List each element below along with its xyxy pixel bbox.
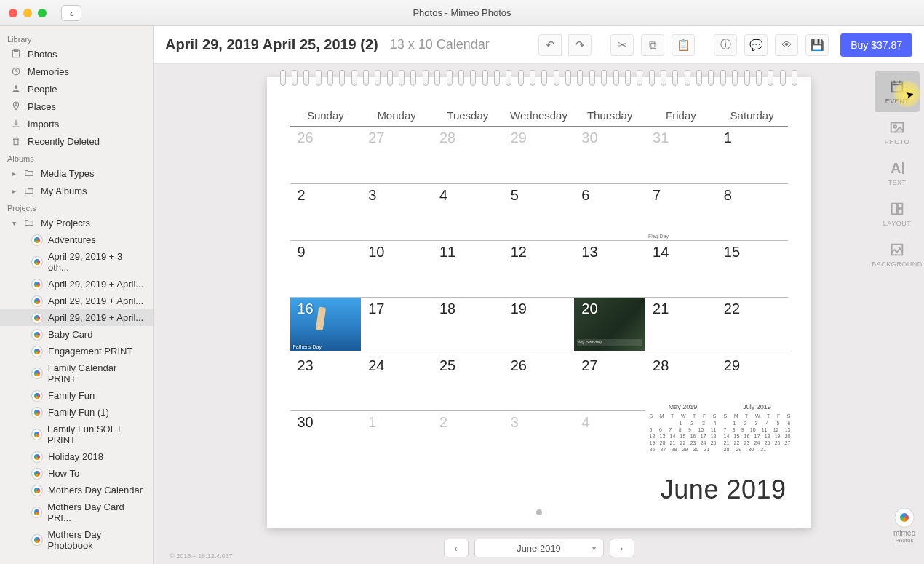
calendar-cell[interactable]: 3 [503, 410, 575, 453]
copy-button[interactable]: ⧉ [641, 34, 664, 56]
month-selector[interactable]: June 2019 [474, 539, 604, 557]
sidebar-project-item[interactable]: Mothers Day Photobook [0, 526, 153, 554]
sidebar-item-media-types[interactable]: ▸Media Types [0, 164, 153, 182]
comment-button[interactable]: 💬 [744, 34, 768, 56]
sidebar-project-item[interactable]: Family Fun (1) [0, 404, 153, 421]
calendar-cell[interactable]: 30 [290, 410, 362, 453]
scissors-icon: ✂ [618, 39, 627, 52]
calendar-cell[interactable]: 10 [361, 240, 432, 294]
calendar-cell[interactable]: Flag Day14 [645, 240, 717, 294]
comment-icon: 💬 [749, 39, 763, 52]
sidebar-project-item[interactable]: April 29, 2019 + April... [0, 293, 153, 309]
calendar-cell[interactable]: 2 [290, 183, 362, 237]
save-button[interactable]: 💾 [805, 34, 829, 56]
tool-event[interactable]: EVENT➤ [875, 71, 920, 112]
calendar-cell[interactable]: 1 [361, 410, 432, 453]
calendar-cell[interactable]: 1 [717, 127, 788, 180]
calendar-cell[interactable]: 13 [574, 240, 645, 294]
calendar-cell[interactable]: 24 [361, 354, 432, 408]
mimeo-project-icon [32, 452, 42, 462]
calendar-cell[interactable]: 27 [574, 354, 645, 408]
sidebar-project-item[interactable]: Holiday 2018 [0, 448, 153, 465]
close-window[interactable] [9, 9, 17, 17]
zoom-window[interactable] [38, 9, 47, 17]
sidebar-project-item[interactable]: Engagement PRINT [0, 343, 153, 360]
sidebar-item-label: Memories [28, 66, 69, 77]
calendar-cell[interactable]: 26 [503, 354, 575, 408]
buy-button[interactable]: Buy $37.87 [840, 33, 912, 57]
sidebar-item-imports[interactable]: Imports [0, 115, 153, 132]
spiral-binding [280, 70, 798, 87]
tool-text[interactable]: ATEXT [875, 153, 920, 194]
sidebar-item-my-albums[interactable]: ▸My Albums [0, 182, 153, 199]
photos-icon [10, 48, 22, 60]
calendar-cell[interactable]: My Birthday20 [574, 297, 645, 351]
day-header: Tuesday [432, 109, 503, 127]
sidebar-item-label: Mothers Day Calendar [48, 485, 143, 496]
sidebar-project-item[interactable]: April 29, 2019 + April... [0, 276, 153, 293]
calendar-cell[interactable]: 15 [717, 240, 788, 294]
redo-button[interactable]: ↷ [568, 34, 592, 56]
calendar-cell[interactable]: 31 [645, 127, 717, 180]
preview-button[interactable]: 👁 [775, 34, 798, 56]
tool-layout[interactable]: LAYOUT [875, 194, 920, 234]
sidebar-project-item[interactable]: Family Fun [0, 387, 153, 404]
calendar-cell[interactable]: 29 [717, 354, 788, 408]
next-month-button[interactable]: › [610, 539, 634, 557]
sidebar-project-item[interactable]: April 29, 2019 + April... [0, 309, 153, 326]
calendar-cell[interactable]: 9 [290, 240, 362, 294]
sidebar-project-item[interactable]: Mothers Day Card PRI... [0, 499, 153, 526]
project-subtitle: 13 x 10 Calendar [390, 37, 490, 52]
cut-button[interactable]: ✂ [610, 34, 634, 56]
calendar-cell[interactable]: 22 [717, 297, 788, 351]
calendar-cell[interactable]: 4 [432, 183, 503, 237]
undo-button[interactable]: ↶ [538, 34, 562, 56]
paste-button[interactable]: 📋 [672, 34, 695, 56]
calendar-cell[interactable]: 3 [361, 183, 432, 237]
calendar-cell[interactable]: 26 [290, 127, 362, 180]
calendar-cell[interactable]: 7 [645, 183, 717, 237]
sidebar-project-item[interactable]: Baby Card [0, 326, 153, 343]
sidebar-project-item[interactable]: Family Calendar PRINT [0, 360, 153, 387]
sidebar-project-item[interactable]: How To [0, 465, 153, 482]
calendar-cell[interactable]: 16Father's Day [290, 297, 362, 351]
trash-icon [10, 135, 22, 147]
info-button[interactable]: ⓘ [714, 34, 737, 56]
sidebar-item-people[interactable]: People [0, 80, 153, 98]
mimeo-project-icon [32, 313, 42, 323]
sidebar-item-photos[interactable]: Photos [0, 45, 153, 63]
calendar-cell[interactable]: 4 [574, 410, 645, 453]
calendar-cell[interactable]: 23 [290, 354, 362, 408]
calendar-cell[interactable]: 28 [645, 354, 717, 408]
sidebar-project-item[interactable]: Mothers Day Calendar [0, 482, 153, 499]
tool-photo[interactable]: PHOTO [875, 112, 920, 153]
calendar-cell[interactable]: 5 [503, 183, 575, 237]
prev-month-button[interactable]: ‹ [444, 539, 469, 557]
sidebar-item-memories[interactable]: Memories [0, 63, 153, 80]
calendar-cell[interactable]: 2 [432, 410, 503, 453]
sidebar-project-item[interactable]: Family Fun SOFT PRINT [0, 421, 153, 448]
sidebar-item-recently-deleted[interactable]: Recently Deleted [0, 132, 153, 150]
calendar-cell[interactable]: 18 [432, 297, 503, 351]
calendar-cell[interactable]: 11 [432, 240, 503, 294]
calendar-cell[interactable]: 21 [645, 297, 717, 351]
tool-background[interactable]: BACKGROUND [875, 234, 920, 275]
calendar-cell[interactable]: 27 [361, 127, 432, 180]
sidebar-item-label: Family Fun [48, 390, 95, 401]
back-button[interactable]: ‹ [61, 5, 81, 21]
calendar-cell[interactable]: 6 [574, 183, 645, 237]
calendar-cell[interactable]: 8 [717, 183, 788, 237]
calendar-cell[interactable]: 19 [503, 297, 575, 351]
minimize-window[interactable] [23, 9, 32, 17]
sidebar-item-places[interactable]: Places [0, 98, 153, 115]
calendar-cell[interactable]: 29 [503, 127, 575, 180]
calendar-cell[interactable]: 12 [503, 240, 575, 294]
calendar-cell[interactable]: 28 [432, 127, 503, 180]
sidebar-project-item[interactable]: Adventures [0, 231, 153, 248]
calendar-cell[interactable]: 17 [361, 297, 432, 351]
calendar-cell[interactable]: 30 [574, 127, 645, 180]
calendar-cell[interactable]: 25 [432, 354, 503, 408]
sidebar-project-item[interactable]: April 29, 2019 + 3 oth... [0, 248, 153, 276]
calendar-page[interactable]: SundayMondayTuesdayWednesdayThursdayFrid… [267, 77, 811, 528]
sidebar-projects-root[interactable]: ▾ My Projects [0, 214, 153, 231]
